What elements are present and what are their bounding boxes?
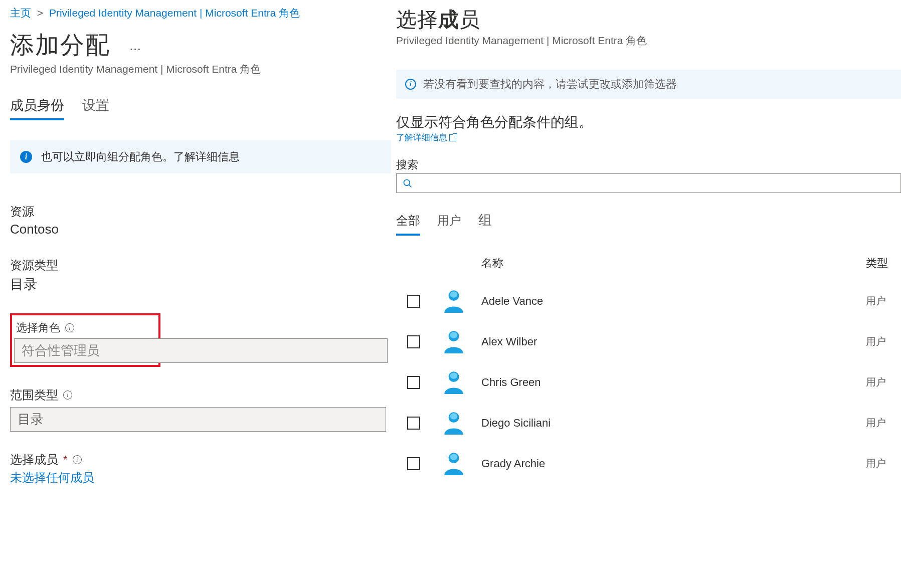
info-banner: i 也可以立即向组分配角色。了解详细信息 bbox=[10, 140, 391, 173]
svg-point-7 bbox=[450, 372, 458, 379]
svg-point-11 bbox=[450, 454, 458, 460]
page-subtitle: Privileged Identity Management | Microso… bbox=[10, 62, 396, 76]
filter-tab-users[interactable]: 用户 bbox=[437, 213, 461, 234]
svg-line-1 bbox=[409, 184, 412, 187]
right-info-text: 若没有看到要查找的内容，请尝试更改或添加筛选器 bbox=[423, 77, 677, 92]
no-member-selected-link[interactable]: 未选择任何成员 bbox=[10, 470, 396, 486]
svg-point-3 bbox=[450, 291, 458, 298]
filter-tabs: 全部 用户 组 bbox=[396, 211, 901, 236]
avatar bbox=[436, 410, 481, 436]
search-box[interactable] bbox=[396, 173, 901, 193]
col-header-type: 类型 bbox=[866, 256, 901, 271]
select-role-highlight: 选择角色 i 符合性管理员 bbox=[10, 313, 160, 367]
svg-point-0 bbox=[404, 179, 410, 185]
page-title-row: 添加分配 ··· bbox=[10, 29, 396, 62]
avatar bbox=[436, 369, 481, 396]
right-pane-subtitle: Privileged Identity Management | Microso… bbox=[396, 34, 901, 48]
col-header-name: 名称 bbox=[481, 256, 866, 271]
breadcrumb-current[interactable]: Privileged Identity Management | Microso… bbox=[49, 7, 300, 19]
member-checkbox[interactable] bbox=[407, 295, 420, 308]
title-suffix: 员 bbox=[459, 8, 480, 31]
learn-more-text: 了解详细信息 bbox=[396, 132, 447, 143]
member-list: Adele Vance 用户 Alex Wilber 用户 Chris Gree… bbox=[396, 281, 901, 484]
member-checkbox[interactable] bbox=[407, 457, 420, 470]
breadcrumb: 主页 > Privileged Identity Management | Mi… bbox=[10, 6, 396, 20]
info-circle-icon[interactable]: i bbox=[63, 390, 72, 400]
right-pane: 选择成员 Privileged Identity Management | Mi… bbox=[396, 0, 901, 588]
info-icon: i bbox=[20, 151, 32, 163]
learn-more-link[interactable]: 了解详细信息 bbox=[396, 132, 456, 143]
member-checkbox[interactable] bbox=[407, 335, 420, 348]
resource-field: 资源 Contoso bbox=[10, 204, 396, 237]
resource-type-label: 资源类型 bbox=[10, 257, 396, 273]
member-row[interactable]: Chris Green 用户 bbox=[396, 362, 901, 403]
member-name: Diego Siciliani bbox=[481, 417, 866, 430]
right-info-banner: i 若没有看到要查找的内容，请尝试更改或添加筛选器 bbox=[396, 70, 901, 99]
filter-tab-all[interactable]: 全部 bbox=[396, 213, 420, 236]
select-role-dropdown[interactable]: 符合性管理员 bbox=[14, 338, 388, 363]
resource-label: 资源 bbox=[10, 204, 396, 220]
page-title: 添加分配 bbox=[10, 29, 110, 61]
member-checkbox[interactable] bbox=[407, 417, 420, 430]
member-name: Grady Archie bbox=[481, 457, 866, 470]
left-tabs: 成员身份 设置 bbox=[10, 96, 396, 120]
member-name: Adele Vance bbox=[481, 295, 866, 308]
scope-type-label-text: 范围类型 bbox=[10, 387, 58, 403]
more-actions-button[interactable]: ··· bbox=[125, 40, 145, 58]
select-role-label: 选择角色 i bbox=[16, 320, 154, 335]
eligible-groups-text: 仅显示符合角色分配条件的组。 bbox=[396, 113, 901, 132]
avatar bbox=[436, 288, 481, 314]
svg-point-5 bbox=[450, 332, 458, 338]
member-list-header: 名称 类型 bbox=[396, 256, 901, 281]
tab-settings[interactable]: 设置 bbox=[82, 96, 109, 120]
tab-membership[interactable]: 成员身份 bbox=[10, 96, 64, 120]
info-circle-icon[interactable]: i bbox=[73, 455, 82, 464]
title-prefix: 选择 bbox=[396, 8, 438, 31]
member-name: Chris Green bbox=[481, 376, 866, 389]
right-pane-title: 选择成员 bbox=[396, 6, 901, 34]
search-icon bbox=[403, 178, 413, 188]
member-type: 用户 bbox=[866, 416, 901, 430]
breadcrumb-separator: > bbox=[34, 7, 46, 19]
scope-type-field: 范围类型 i 目录 bbox=[10, 387, 396, 432]
select-role-label-text: 选择角色 bbox=[16, 320, 60, 335]
search-label: 搜索 bbox=[396, 157, 901, 172]
resource-type-field: 资源类型 目录 bbox=[10, 257, 396, 293]
member-type: 用户 bbox=[866, 294, 901, 308]
member-row[interactable]: Grady Archie 用户 bbox=[396, 443, 901, 484]
select-member-label-text: 选择成员 bbox=[10, 452, 58, 468]
info-banner-text: 也可以立即向组分配角色。了解详细信息 bbox=[41, 149, 240, 164]
svg-point-9 bbox=[450, 413, 458, 420]
member-checkbox[interactable] bbox=[407, 376, 420, 389]
member-name: Alex Wilber bbox=[481, 335, 866, 348]
required-asterisk: * bbox=[63, 453, 68, 466]
external-link-icon bbox=[449, 134, 456, 141]
member-row[interactable]: Adele Vance 用户 bbox=[396, 281, 901, 321]
resource-type-value: 目录 bbox=[10, 275, 396, 293]
search-input[interactable] bbox=[418, 178, 894, 188]
scope-type-dropdown[interactable]: 目录 bbox=[10, 407, 386, 432]
filter-tab-groups[interactable]: 组 bbox=[478, 211, 492, 234]
title-bold: 成 bbox=[438, 8, 459, 31]
member-type: 用户 bbox=[866, 457, 901, 470]
select-member-field: 选择成员 * i 未选择任何成员 bbox=[10, 452, 396, 486]
select-member-label: 选择成员 * i bbox=[10, 452, 396, 468]
info-icon: i bbox=[405, 79, 416, 90]
avatar bbox=[436, 328, 481, 355]
info-circle-icon[interactable]: i bbox=[65, 323, 74, 332]
left-pane: 主页 > Privileged Identity Management | Mi… bbox=[0, 0, 396, 588]
breadcrumb-home[interactable]: 主页 bbox=[10, 7, 31, 19]
member-row[interactable]: Diego Siciliani 用户 bbox=[396, 403, 901, 443]
resource-value: Contoso bbox=[10, 222, 396, 237]
scope-type-label: 范围类型 i bbox=[10, 387, 396, 403]
member-row[interactable]: Alex Wilber 用户 bbox=[396, 321, 901, 362]
member-type: 用户 bbox=[866, 335, 901, 348]
member-type: 用户 bbox=[866, 375, 901, 389]
avatar bbox=[436, 450, 481, 477]
